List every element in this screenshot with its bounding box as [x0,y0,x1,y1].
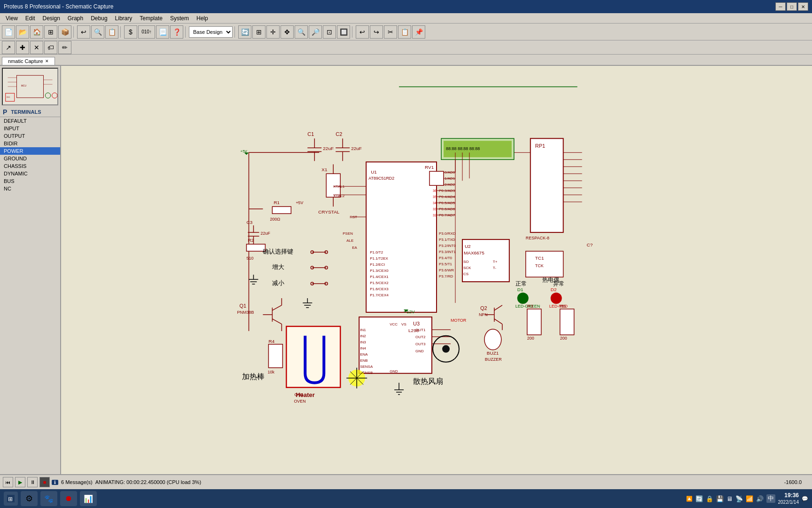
minimize-button[interactable]: ─ [775,2,786,11]
menu-template[interactable]: Template [136,14,166,23]
refresh-button[interactable]: 🔄 [238,25,251,39]
cross-button[interactable]: ✛ [266,25,280,39]
component-button[interactable]: 📦 [58,25,71,39]
zoom-fit-button[interactable]: ⊡ [323,25,336,39]
taskbar-apps: ⊞ ⚙ 🐾 ⏺ 📊 [4,491,97,506]
svg-line-118 [272,319,281,324]
terminal-default[interactable]: DEFAULT [0,117,60,125]
close-button[interactable]: ✕ [798,2,808,11]
separator [73,26,75,38]
pause-button[interactable]: ⏸ [27,477,38,487]
pencil-tool[interactable]: ✏ [58,41,71,54]
systray-arrow[interactable]: 🔼 [686,496,693,502]
svg-text:P1.0/T2: P1.0/T2 [370,250,383,254]
redo-button[interactable]: 🔍 [91,25,104,39]
window-controls: ─ □ ✕ [775,2,808,11]
tag-tool[interactable]: 🏷 [44,41,57,54]
undo-button[interactable]: ↩ [77,25,90,39]
tab-close-button[interactable]: ✕ [45,59,49,64]
schematic-canvas-area[interactable]: C1 22uF C2 22uF X1 CRYSTAL U1 AT89C51RD2… [61,66,812,493]
svg-rect-136 [286,326,340,388]
clock[interactable]: 19:36 2022/1/14 [778,492,799,506]
svg-rect-204 [560,309,574,335]
rewind-button[interactable]: ⏮ [3,477,13,487]
svg-line-187 [494,305,502,310]
mode-icon: P [3,108,7,116]
new-button[interactable]: 📄 [2,25,15,39]
clock-date: 2022/1/14 [778,499,799,505]
menu-view[interactable]: View [2,14,22,23]
grid-button[interactable]: ⊞ [252,25,265,39]
taskbar-app-3[interactable]: ⏺ [60,491,77,506]
menu-design[interactable]: Design [39,14,63,23]
schematic-tab[interactable]: nmatic Capture ✕ [2,57,55,65]
terminal-ground[interactable]: GROUND [0,155,60,162]
redo2-button[interactable]: ↪ [370,25,383,39]
svg-text:U1: U1 [371,169,377,175]
menu-system[interactable]: System [166,14,193,23]
open-button[interactable]: 📂 [16,25,29,39]
zoom-out-button[interactable]: 🔎 [309,25,322,39]
taskbar-app-4[interactable]: 📊 [80,491,97,506]
play-button[interactable]: ▶ [15,477,25,487]
svg-text:BUZ1: BUZ1 [487,350,499,356]
code-button[interactable]: 010↑ [138,25,155,39]
menu-edit[interactable]: Edit [22,14,39,23]
move-button[interactable]: ✥ [281,25,294,39]
systray-icon1: 🔄 [695,495,703,502]
terminal-bidir[interactable]: BIDIR [0,140,60,147]
svg-text:C3: C3 [247,220,253,225]
undo2-button[interactable]: ↩ [356,25,369,39]
terminal-power[interactable]: POWER [0,147,60,155]
svg-line-188 [494,319,502,324]
arrow-tool[interactable]: ↗ [2,41,15,54]
systray-ime[interactable]: 中 [766,494,775,503]
menu-library[interactable]: Library [111,14,136,23]
terminal-bus[interactable]: BUS [0,177,60,185]
page-button[interactable]: 📃 [156,25,169,39]
menu-help[interactable]: Help [193,14,212,23]
svg-text:正常: 正常 [515,280,527,287]
svg-text:增大: 增大 [272,263,284,270]
terminal-input[interactable]: INPUT [0,125,60,132]
svg-text:GND: GND [415,349,424,353]
menu-graph[interactable]: Graph [64,14,87,23]
cut-button[interactable]: ✂ [384,25,397,39]
dollar-button[interactable]: $ [124,25,137,39]
terminal-output[interactable]: OUTPUT [0,132,60,140]
taskbar-app-proteus[interactable]: ⚙ [21,491,38,506]
copy2-button[interactable]: 📋 [398,25,411,39]
systray-icon3: 💾 [716,495,724,502]
notification-icon[interactable]: 💬 [802,496,808,502]
svg-text:P3.3/INT1: P3.3/INT1 [439,250,456,254]
start-button[interactable]: ⊞ [4,492,18,506]
print-button[interactable]: ⊞ [44,25,57,39]
paste-button[interactable]: 📌 [412,25,425,39]
question-button[interactable]: ❓ [170,25,183,39]
zoom-in-button[interactable]: 🔍 [295,25,308,39]
menu-debug[interactable]: Debug [87,14,111,23]
svg-text:IN2: IN2 [360,334,366,338]
main-toolbar: 📄 📂 🏠 ⊞ 📦 ↩ 🔍 📋 $ 010↑ 📃 ❓ Base Design 🔄… [0,24,812,40]
svg-text:P3.7/RD: P3.7/RD [439,274,453,278]
titlebar: Proteus 8 Professional - Schematic Captu… [0,0,812,13]
svg-text:OVEN: OVEN [294,399,305,404]
maximize-button[interactable]: □ [787,2,797,11]
taskbar-app-2[interactable]: 🐾 [40,491,57,506]
systray-network: 📶 [746,495,753,502]
add-tool[interactable]: ✚ [16,41,29,54]
design-select[interactable]: Base Design [189,26,233,38]
terminal-chassis[interactable]: CHASSIS [0,162,60,170]
svg-point-190 [484,329,501,350]
cross-tool[interactable]: ✕ [30,41,43,54]
stop-button[interactable]: ■ [39,477,50,487]
save-button[interactable]: 🏠 [30,25,43,39]
svg-rect-100 [272,206,291,214]
taskbar: ⊞ ⚙ 🐾 ⏺ 📊 🔼 🔄 🔒 💾 🖥 📡 📶 🔊 中 19:36 2022/1… [0,489,812,508]
terminal-nc[interactable]: NC [0,185,60,192]
terminal-dynamic[interactable]: DYNAMIC [0,170,60,177]
svg-text:22uF: 22uF [351,146,362,151]
menubar: View Edit Design Graph Debug Library Tem… [0,13,812,24]
zoom-area-button[interactable]: 🔲 [337,25,350,39]
copy-button[interactable]: 📋 [105,25,118,39]
